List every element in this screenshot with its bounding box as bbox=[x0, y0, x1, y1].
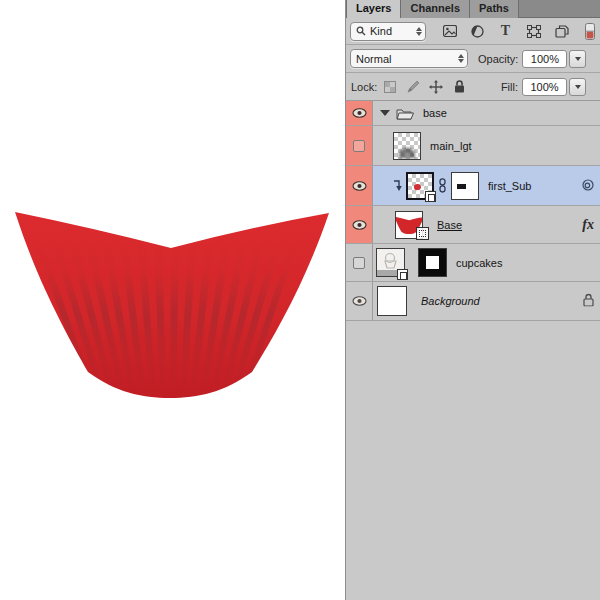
smart-object-badge-icon bbox=[425, 191, 436, 202]
layer-thumbnail[interactable] bbox=[395, 211, 423, 239]
visibility-cell[interactable] bbox=[346, 126, 373, 165]
fill-dropdown-button[interactable] bbox=[569, 78, 586, 96]
layer-name[interactable]: Base bbox=[437, 219, 462, 231]
cupcake-wrapper-shape bbox=[0, 195, 340, 405]
search-icon bbox=[356, 26, 366, 36]
layer-row-background[interactable]: Background bbox=[346, 282, 600, 321]
layer-row-main-lgt[interactable]: main_lgt bbox=[346, 126, 600, 166]
blend-mode-row: Normal Opacity: 100% bbox=[346, 45, 600, 73]
layer-row-first-sub[interactable]: first_Sub bbox=[346, 166, 600, 206]
visibility-cell[interactable] bbox=[346, 101, 373, 125]
panel-empty-area bbox=[346, 321, 600, 600]
photoshop-window: Layers Channels Paths Kind bbox=[0, 0, 600, 600]
blend-mode-value: Normal bbox=[356, 53, 391, 65]
layer-row-base-shape[interactable]: Base fx bbox=[346, 206, 600, 244]
opacity-label: Opacity: bbox=[478, 53, 518, 65]
layer-row-cupcakes[interactable]: cupcakes bbox=[346, 244, 600, 282]
mask-content bbox=[457, 184, 466, 189]
lock-label: Lock: bbox=[351, 81, 377, 93]
layer-name[interactable]: main_lgt bbox=[430, 140, 472, 152]
eye-icon bbox=[352, 181, 367, 191]
tab-channels[interactable]: Channels bbox=[401, 0, 470, 18]
vector-shape-badge-icon bbox=[416, 227, 429, 240]
group-expand-arrow-icon[interactable] bbox=[380, 110, 390, 116]
tab-layers[interactable]: Layers bbox=[346, 0, 401, 18]
mask-content bbox=[426, 256, 439, 269]
eye-icon bbox=[352, 220, 367, 230]
eye-icon bbox=[352, 296, 367, 306]
filter-toggle-switch[interactable] bbox=[582, 24, 597, 39]
layer-mask-thumbnail[interactable] bbox=[418, 248, 447, 277]
layers-panel: Layers Channels Paths Kind bbox=[345, 0, 600, 600]
opacity-dropdown-button[interactable] bbox=[569, 50, 586, 68]
folder-open-icon bbox=[396, 107, 415, 120]
filter-kind-dropdown[interactable]: Kind bbox=[350, 22, 426, 41]
eye-icon bbox=[352, 108, 367, 118]
background-lock-icon bbox=[583, 294, 594, 309]
lock-row: Lock: Fill: 100% bbox=[346, 73, 600, 101]
layer-filter-row: Kind T bbox=[346, 18, 600, 45]
smart-filter-circle-icon[interactable] bbox=[582, 179, 594, 193]
layer-thumbnail[interactable] bbox=[377, 286, 407, 316]
smart-object-badge-icon bbox=[397, 269, 408, 280]
layer-effects-fx-icon[interactable]: fx bbox=[582, 217, 594, 233]
type-layer-filter-icon[interactable]: T bbox=[498, 24, 513, 39]
chevron-down-icon bbox=[575, 57, 581, 61]
layer-name[interactable]: cupcakes bbox=[456, 257, 502, 269]
layer-thumbnail[interactable] bbox=[393, 132, 421, 160]
visibility-cell[interactable] bbox=[346, 166, 373, 205]
panel-tab-bar: Layers Channels Paths bbox=[346, 0, 600, 18]
lock-pixels-icon[interactable] bbox=[406, 80, 420, 94]
lock-position-icon[interactable] bbox=[429, 80, 443, 94]
visibility-cell[interactable] bbox=[346, 244, 373, 281]
fill-input[interactable]: 100% bbox=[522, 78, 567, 96]
lock-transparency-icon[interactable] bbox=[383, 80, 397, 94]
clipping-mask-arrow-icon bbox=[391, 180, 402, 192]
chevron-down-icon bbox=[575, 85, 581, 89]
opacity-input[interactable]: 100% bbox=[522, 50, 567, 68]
dropdown-arrows-icon bbox=[453, 54, 464, 63]
visibility-checkbox-empty bbox=[353, 140, 365, 152]
blend-mode-dropdown[interactable]: Normal bbox=[350, 49, 468, 68]
tab-paths[interactable]: Paths bbox=[470, 0, 519, 18]
layer-mask-thumbnail[interactable] bbox=[451, 172, 479, 200]
layer-thumbnail[interactable] bbox=[376, 248, 405, 277]
adjustment-layer-filter-icon[interactable] bbox=[470, 24, 485, 39]
visibility-checkbox-empty bbox=[353, 257, 365, 269]
thumbnail-content bbox=[394, 133, 420, 159]
layer-name[interactable]: base bbox=[423, 107, 447, 119]
shape-layer-filter-icon[interactable] bbox=[526, 24, 541, 39]
lock-all-icon[interactable] bbox=[452, 80, 466, 94]
tab-bar-spacer bbox=[519, 0, 600, 17]
fill-label: Fill: bbox=[501, 81, 518, 93]
layer-row-group-base[interactable]: base bbox=[346, 101, 600, 126]
visibility-cell[interactable] bbox=[346, 282, 373, 320]
layer-thumbnail[interactable] bbox=[406, 172, 434, 200]
layer-name[interactable]: first_Sub bbox=[488, 180, 531, 192]
thumbnail-content bbox=[413, 183, 421, 190]
mask-link-icon[interactable] bbox=[438, 178, 447, 193]
pixel-layer-filter-icon[interactable] bbox=[442, 24, 457, 39]
document-canvas[interactable] bbox=[0, 0, 345, 600]
dropdown-arrows-icon bbox=[411, 27, 422, 36]
smart-object-filter-icon[interactable] bbox=[554, 24, 569, 39]
layer-name[interactable]: Background bbox=[421, 295, 480, 307]
filter-kind-label: Kind bbox=[370, 25, 392, 37]
visibility-cell[interactable] bbox=[346, 206, 373, 243]
